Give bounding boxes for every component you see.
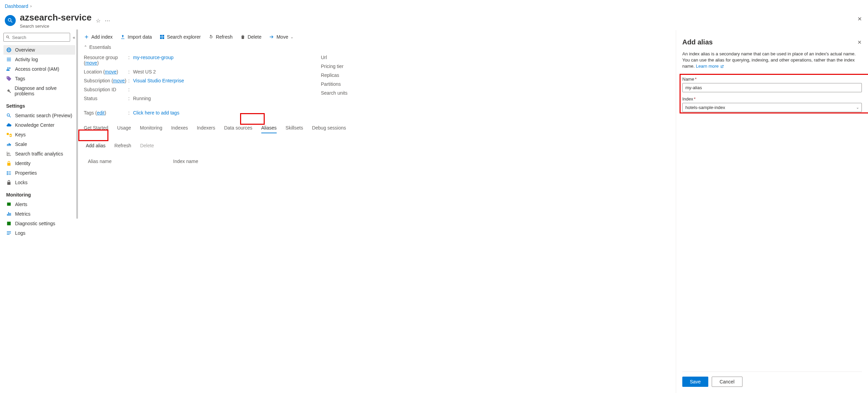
sidebar-item-scale[interactable]: Scale (3, 139, 75, 149)
sidebar-item-overview[interactable]: Overview (3, 45, 75, 55)
tab-skillsets[interactable]: Skillsets (286, 123, 303, 133)
external-link-icon (720, 65, 724, 69)
sidebar-item-access-control[interactable]: Access control (IAM) (3, 64, 75, 74)
search-input[interactable] (12, 35, 68, 40)
more-icon[interactable]: ⋯ (105, 17, 110, 24)
page-header: azsearch-service Search service ☆ ⋯ (0, 12, 868, 29)
sidebar-item-tags[interactable]: Tags (3, 74, 75, 83)
tab-indexers[interactable]: Indexers (197, 123, 215, 133)
learn-more-link[interactable]: Learn more (696, 64, 724, 69)
sidebar-item-label: Alerts (15, 202, 27, 207)
sidebar-item-keys[interactable]: Keys (3, 130, 75, 139)
alias-index-select[interactable]: hotels-sample-index (682, 103, 862, 112)
sidebar-item-diagnostic-settings[interactable]: Diagnostic settings (3, 219, 75, 228)
sidebar-item-label: Identity (15, 161, 30, 166)
star-icon[interactable]: ☆ (96, 17, 101, 24)
tab-debug-sessions[interactable]: Debug sessions (312, 123, 346, 133)
collapse-sidebar-icon[interactable]: « (73, 35, 75, 40)
alias-name-input[interactable] (682, 83, 862, 92)
refresh-button[interactable]: Refresh (208, 34, 233, 40)
sidebar-item-label: Diagnose and solve problems (15, 85, 73, 96)
sidebar-item-knowledge-center[interactable]: Knowledge Center (3, 120, 75, 130)
sidebar-search[interactable] (3, 33, 70, 42)
scale-icon (6, 141, 12, 147)
sidebar-item-alerts[interactable]: Alerts (3, 200, 75, 209)
panel-description: An index alias is a secondary name that … (682, 51, 862, 72)
diagnostic-icon (6, 221, 12, 226)
subscription-link[interactable]: Visual Studio Enterprise (133, 78, 184, 83)
sidebar-item-label: Scale (15, 141, 27, 147)
tab-usage[interactable]: Usage (117, 123, 131, 133)
edit-link[interactable]: edit (97, 110, 105, 116)
tab-get-started[interactable]: Get Started (84, 123, 108, 133)
tag-icon (6, 76, 12, 81)
people-icon (6, 66, 12, 72)
search-icon (6, 113, 12, 118)
panel-title: Add alias (682, 38, 713, 46)
grid-icon (159, 34, 165, 40)
arrow-right-icon (269, 34, 274, 40)
logs-icon (6, 230, 12, 236)
refresh-icon (208, 34, 214, 40)
index-label: Index* (682, 96, 862, 101)
activity-log-icon (6, 57, 12, 62)
sidebar-item-logs[interactable]: Logs (3, 228, 75, 238)
sidebar-item-activity-log[interactable]: Activity log (3, 55, 75, 64)
sidebar-item-label: Tags (15, 76, 25, 81)
sidebar-scrollbar[interactable] (76, 29, 78, 219)
save-button[interactable]: Save (682, 377, 708, 387)
globe-icon (6, 47, 12, 53)
resource-group-link[interactable]: my-resource-group (133, 55, 173, 60)
cancel-button[interactable]: Cancel (712, 377, 742, 387)
add-alias-panel: Add alias ✕ An index alias is a secondar… (676, 30, 868, 393)
identity-icon (6, 161, 12, 166)
tab-data-sources[interactable]: Data sources (224, 123, 252, 133)
refresh-aliases-button[interactable]: Refresh (113, 143, 131, 148)
chart-icon (6, 151, 12, 157)
sidebar-item-label: Properties (15, 170, 37, 176)
sidebar-item-locks[interactable]: Locks (3, 178, 75, 187)
add-tags-link[interactable]: Click here to add tags (133, 110, 179, 116)
name-label: Name* (682, 77, 862, 82)
sidebar-item-label: Semantic search (Preview) (15, 113, 72, 118)
cloud-icon (6, 122, 12, 128)
key-icon (6, 132, 12, 137)
sidebar-item-label: Logs (15, 230, 25, 236)
alias-col-index: Index name (173, 159, 198, 164)
sidebar-item-label: Overview (15, 47, 35, 53)
breadcrumb: Dashboard › (0, 0, 868, 12)
sidebar-item-traffic-analytics[interactable]: Search traffic analytics (3, 149, 75, 159)
metrics-icon (6, 211, 12, 217)
tab-aliases[interactable]: Aliases (261, 123, 277, 133)
add-index-button[interactable]: Add index (84, 34, 113, 40)
search-icon (6, 35, 10, 40)
sidebar-item-metrics[interactable]: Metrics (3, 209, 75, 219)
tab-monitoring[interactable]: Monitoring (140, 123, 162, 133)
tab-indexes[interactable]: Indexes (171, 123, 188, 133)
move-link[interactable]: move (105, 69, 117, 74)
breadcrumb-root[interactable]: Dashboard (5, 3, 28, 9)
search-explorer-button[interactable]: Search explorer (159, 34, 201, 40)
sidebar-item-label: Search traffic analytics (15, 151, 63, 157)
sidebar-item-diagnose[interactable]: Diagnose and solve problems (3, 83, 75, 98)
close-panel-icon[interactable]: ✕ (857, 39, 862, 45)
chevron-up-icon: ⌃ (84, 45, 87, 50)
move-button[interactable]: Move ⌄ (269, 34, 293, 40)
import-data-button[interactable]: Import data (120, 34, 152, 40)
plus-icon (84, 34, 89, 40)
lock-icon (6, 180, 12, 185)
sidebar-item-identity[interactable]: Identity (3, 159, 75, 168)
sidebar-item-label: Knowledge Center (15, 122, 54, 128)
move-link[interactable]: move (113, 78, 125, 83)
sidebar-header-monitoring: Monitoring (3, 187, 75, 200)
sidebar-item-properties[interactable]: Properties (3, 168, 75, 178)
page-subtitle: Search service (20, 24, 92, 29)
add-alias-button[interactable]: Add alias (84, 143, 106, 148)
sidebar-item-label: Locks (15, 180, 28, 185)
sidebar-item-semantic-search[interactable]: Semantic search (Preview) (3, 111, 75, 120)
delete-button[interactable]: Delete (240, 34, 261, 40)
move-link[interactable]: move (86, 60, 97, 66)
close-blade-icon[interactable]: ✕ (857, 16, 862, 22)
chevron-down-icon: ⌄ (290, 35, 293, 39)
sidebar-item-label: Access control (IAM) (15, 66, 59, 72)
